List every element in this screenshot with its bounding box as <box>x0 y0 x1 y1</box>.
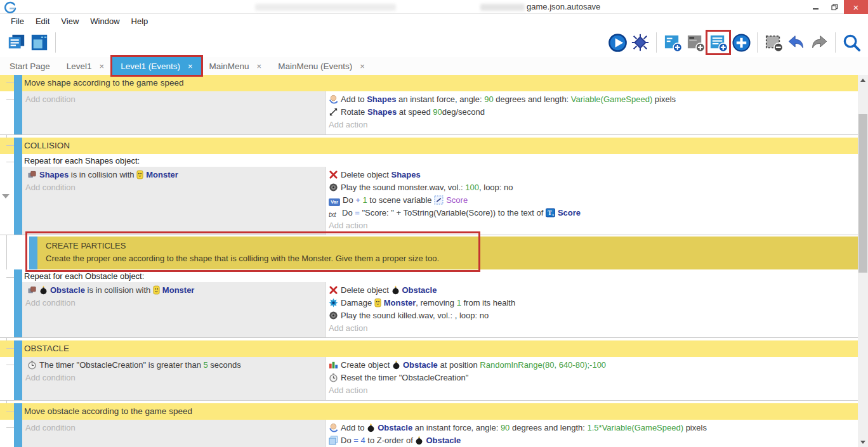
scroll-up-arrow[interactable] <box>858 75 868 85</box>
conditions-cell[interactable]: Shapes is in collision with MonsterAdd c… <box>22 167 326 235</box>
event-instruction[interactable]: The timer "ObstacleCreation" is greater … <box>24 359 322 372</box>
instruction-text: RandomInRange(80, 640-80);-100 <box>480 360 606 370</box>
event-selection-bar[interactable] <box>14 357 22 400</box>
actions-cell[interactable]: Add to Obstacle an instant force, angle:… <box>326 420 858 447</box>
event-instruction[interactable]: Obstacle is in collision with Monster <box>24 284 322 297</box>
actions-cell[interactable]: Add to Shapes an instant force, angle: 9… <box>326 91 858 134</box>
close-tab-icon[interactable] <box>100 62 105 71</box>
restore-button[interactable] <box>825 0 844 14</box>
menu-file[interactable]: File <box>5 15 30 27</box>
add-action-button[interactable]: Add action <box>327 384 855 397</box>
tab-mainmenu-events[interactable]: MainMenu (Events) <box>270 57 373 75</box>
add-icon[interactable] <box>730 32 752 53</box>
tab-mainmenu[interactable]: MainMenu <box>201 57 270 75</box>
conditions-cell[interactable]: The timer "ObstacleCreation" is greater … <box>22 357 326 400</box>
event-instruction[interactable]: Do = "Score: " + ToString(Variable(Score… <box>327 207 855 219</box>
menu-help[interactable]: Help <box>126 15 154 27</box>
event-selection-bar[interactable] <box>29 236 37 269</box>
event-row[interactable]: The timer "ObstacleCreation" is greater … <box>0 357 858 401</box>
menu-view[interactable]: View <box>55 15 84 27</box>
event-row[interactable]: Add conditionAdd to Obstacle an instant … <box>0 420 858 447</box>
event-instruction[interactable]: Reset the timer "ObstacleCreation" <box>327 372 855 384</box>
event-row[interactable]: Repeat for each Obstacle object:Obstacle… <box>0 269 858 338</box>
vertical-scrollbar[interactable] <box>858 75 868 447</box>
repeat-event-label[interactable]: Repeat for each Obstacle object: <box>22 269 858 282</box>
event-selection-bar[interactable] <box>14 91 22 134</box>
event-instruction[interactable]: Damage Monster, removing 1 from its heal… <box>327 297 855 309</box>
add-action-button[interactable]: Add action <box>327 322 855 335</box>
conditions-cell[interactable]: Add condition <box>22 91 326 134</box>
comment-event[interactable]: Move shape according to the game speed <box>0 75 858 91</box>
actions-cell[interactable]: Delete object ObstacleDamage Monster, re… <box>326 282 858 337</box>
event-instruction[interactable]: Add to Shapes an instant force, angle: 9… <box>327 93 855 106</box>
scene-editor-icon[interactable] <box>29 32 50 53</box>
add-event-icon[interactable] <box>662 32 683 53</box>
event-instruction[interactable]: Delete object Obstacle <box>327 284 855 297</box>
event-row[interactable]: Add conditionAdd to Shapes an instant fo… <box>0 91 858 135</box>
search-icon[interactable] <box>841 32 862 53</box>
redo-icon[interactable] <box>808 32 830 53</box>
play-icon[interactable] <box>607 32 628 53</box>
event-selection-bar[interactable] <box>14 269 22 337</box>
event-instruction[interactable]: Play the sound killed.wav, vol.: , loop:… <box>327 309 855 322</box>
fold-arrow-icon[interactable] <box>2 194 10 198</box>
add-condition-button[interactable]: Add condition <box>24 93 322 106</box>
actions-cell[interactable]: Create object Obstacle at position Rando… <box>326 357 858 400</box>
remove-event-icon[interactable] <box>763 32 784 53</box>
comment-event[interactable]: CREATE PARTICLESCreate the proper one ac… <box>29 236 858 269</box>
event-selection-bar[interactable] <box>14 420 22 447</box>
add-condition-button[interactable]: Add condition <box>24 372 322 384</box>
comment-event[interactable]: Move obstacle according to the game spee… <box>0 403 858 420</box>
add-action-button[interactable]: Add action <box>327 219 855 232</box>
close-button[interactable] <box>844 0 868 14</box>
instruction-text: from its health <box>461 298 515 308</box>
tab-level1-events[interactable]: Level1 (Events) <box>112 57 201 75</box>
event-selection-bar[interactable] <box>14 75 22 91</box>
event-instruction[interactable]: Do + 1 to scene variable Score <box>327 194 855 207</box>
event-instruction[interactable]: Play the sound monster.wav, vol.: 100, l… <box>327 181 855 194</box>
event-instruction[interactable]: Do = 4 to Z-order of Obstacle <box>327 434 855 447</box>
add-condition-button[interactable]: Add condition <box>24 181 322 194</box>
instruction-text: Obstacle <box>50 285 85 295</box>
tab-label: MainMenu (Events) <box>278 62 352 71</box>
event-instruction[interactable]: Rotate Shapes at speed 90deg/second <box>327 106 855 119</box>
add-action-button[interactable]: Add action <box>327 119 855 131</box>
comment-event[interactable]: COLLISION <box>0 138 858 154</box>
tab-level1[interactable]: Level1 <box>58 57 112 75</box>
menu-edit[interactable]: Edit <box>30 15 55 27</box>
bomb-icon <box>391 285 400 295</box>
close-tab-icon[interactable] <box>188 62 193 71</box>
collision-icon <box>27 285 37 295</box>
debug-icon[interactable] <box>629 32 651 53</box>
close-tab-icon[interactable] <box>360 62 365 71</box>
minimize-button[interactable] <box>806 0 825 14</box>
add-subevent-icon[interactable] <box>707 32 729 53</box>
add-condition-button[interactable]: Add condition <box>24 422 322 434</box>
event-selection-bar[interactable] <box>14 138 22 154</box>
event-row[interactable]: Repeat for each Shapes object:Shapes is … <box>0 154 858 235</box>
scroll-down-arrow[interactable] <box>858 437 868 447</box>
text-object-icon: Tx <box>546 208 555 217</box>
event-selection-bar[interactable] <box>14 403 22 420</box>
scrollbar-thumb[interactable] <box>858 114 867 273</box>
event-instruction[interactable]: Create object Obstacle at position Rando… <box>327 359 855 372</box>
event-instruction[interactable]: Shapes is in collision with Monster <box>24 169 322 181</box>
timer-icon <box>329 373 338 382</box>
conditions-cell[interactable]: Add condition <box>22 420 326 447</box>
close-tab-icon[interactable] <box>257 62 262 71</box>
repeat-event-label[interactable]: Repeat for each Shapes object: <box>22 154 858 167</box>
menu-window[interactable]: Window <box>84 15 125 27</box>
instruction-text: seconds <box>208 360 241 370</box>
event-instruction[interactable]: Delete object Shapes <box>327 169 855 181</box>
event-instruction[interactable]: Add to Obstacle an instant force, angle:… <box>327 422 855 434</box>
event-selection-bar[interactable] <box>14 340 22 357</box>
event-selection-bar[interactable] <box>14 154 22 235</box>
add-comment-icon[interactable] <box>685 32 706 53</box>
project-manager-icon[interactable] <box>6 32 27 53</box>
add-condition-button[interactable]: Add condition <box>24 297 322 309</box>
undo-icon[interactable] <box>786 32 807 53</box>
conditions-cell[interactable]: Obstacle is in collision with MonsterAdd… <box>22 282 326 337</box>
actions-cell[interactable]: Delete object ShapesPlay the sound monst… <box>326 167 858 235</box>
tab-start-page[interactable]: Start Page <box>1 57 58 75</box>
comment-event[interactable]: OBSTACLE <box>0 340 858 357</box>
